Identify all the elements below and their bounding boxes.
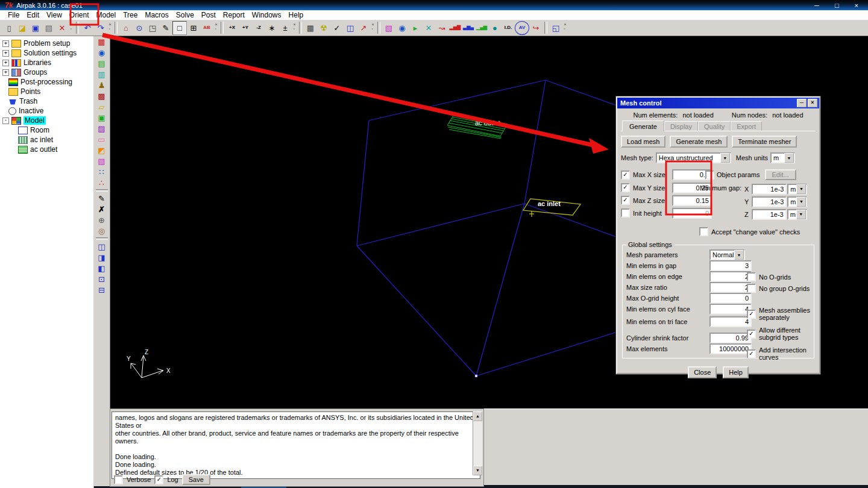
tab-export[interactable]: Export xyxy=(731,121,762,131)
create-resistance-icon[interactable]: ▩ xyxy=(95,90,108,101)
zoom-icon[interactable]: ⊙ xyxy=(133,22,146,34)
gap-x-input[interactable]: 1e-3 xyxy=(752,184,787,195)
cyl-shrink-input[interactable]: 0.99 xyxy=(709,333,752,343)
copy-object-icon[interactable]: ⊕ xyxy=(95,214,108,225)
max-y-size-checkbox[interactable]: ✓ xyxy=(621,183,630,192)
create-heatsink-icon[interactable]: ▨ xyxy=(95,123,108,134)
edit-object-icon[interactable]: ✎ xyxy=(95,193,108,204)
object-cube-icon[interactable]: ▧ xyxy=(382,22,395,34)
paint-icon[interactable]: ✎ xyxy=(159,22,172,34)
tree-item-solution-settings[interactable]: + Solution settings xyxy=(0,48,93,58)
problem-table-icon[interactable]: ◫ xyxy=(344,22,357,34)
tab-generate[interactable]: Generate xyxy=(622,120,664,131)
delete-object-icon[interactable]: ✗ xyxy=(95,204,108,214)
min-elems-gap-input[interactable]: 3 xyxy=(709,260,752,271)
tree-item-trash[interactable]: Trash xyxy=(0,96,93,106)
open-file-icon[interactable]: ◪ xyxy=(16,22,29,34)
max-z-size-input[interactable]: 0.15 xyxy=(672,195,712,206)
point-marker-icon[interactable]: ✕ xyxy=(422,22,435,34)
tree-item-points[interactable]: Points xyxy=(0,87,93,96)
menu-tree[interactable]: Tree xyxy=(122,11,138,19)
menu-macros[interactable]: Macros xyxy=(144,11,169,19)
gap-y-unit-select[interactable]: m▼ xyxy=(787,196,807,207)
orient-plus-y-icon[interactable]: +Y xyxy=(239,22,252,34)
tree-item-groups[interactable]: + Groups xyxy=(0,67,93,77)
check-model-icon[interactable]: ✓ xyxy=(330,22,344,34)
add-intersection-checkbox[interactable]: ✓ xyxy=(747,349,756,358)
menu-file[interactable]: File xyxy=(7,11,20,19)
create-source-icon[interactable]: ▣ xyxy=(95,112,108,123)
undo-icon[interactable]: ↶ xyxy=(81,22,94,34)
mesh-parameters-select[interactable]: Normal ▼ xyxy=(709,249,745,260)
align-face-centers-icon[interactable]: ◫ xyxy=(95,241,108,252)
print-setup-icon[interactable]: ✕ xyxy=(55,22,69,34)
max-size-ratio-input[interactable]: 2 xyxy=(709,282,752,293)
generate-mesh-button[interactable]: Generate mesh xyxy=(670,136,728,148)
create-grille-icon[interactable]: ▥ xyxy=(95,69,108,80)
particle-trace-icon[interactable]: ↝ xyxy=(435,22,448,34)
edit-object-params-button[interactable]: Edit... xyxy=(765,169,796,180)
dock-handle-icon[interactable]: ×▫ xyxy=(292,22,297,33)
accept-checks-checkbox[interactable] xyxy=(699,227,708,236)
create-fan-icon[interactable]: ◉ xyxy=(95,47,108,58)
min-elems-cyl-input[interactable]: 4 xyxy=(709,304,752,314)
save-log-button[interactable]: Save xyxy=(182,474,210,485)
single-window-icon[interactable]: □ xyxy=(172,21,187,35)
console-text[interactable]: names, logos and slogans are registered … xyxy=(112,411,480,479)
allow-subgrid-checkbox[interactable]: ✓ xyxy=(747,330,756,339)
scroll-up-icon[interactable]: ▲ xyxy=(473,411,482,421)
init-height-input[interactable]: 0 xyxy=(672,208,712,219)
dock-handle-icon[interactable]: ×▫ xyxy=(370,22,376,33)
close-button[interactable]: × xyxy=(855,2,858,9)
menu-help[interactable]: Help xyxy=(288,11,304,19)
expander-icon[interactable]: + xyxy=(2,50,9,57)
menu-solve[interactable]: Solve xyxy=(175,11,195,19)
menu-windows[interactable]: Windows xyxy=(251,11,282,19)
center-object-icon[interactable]: ⊡ xyxy=(95,274,108,284)
fan-view-icon[interactable]: ◉ xyxy=(395,22,409,34)
expander-icon[interactable]: + xyxy=(2,40,9,47)
tree-item-ac-inlet[interactable]: ac inlet xyxy=(10,135,93,145)
create-enclosure-icon[interactable]: ▭ xyxy=(95,134,108,145)
window-capture-icon[interactable]: ◱ xyxy=(549,22,562,34)
maximize-button[interactable]: □ xyxy=(835,2,839,9)
mesh-assemblies-checkbox[interactable]: ✓ xyxy=(747,310,756,319)
mesh-control-icon[interactable]: ▦ xyxy=(304,22,317,34)
match-faces-icon[interactable]: ⊟ xyxy=(95,284,108,295)
scroll-down-icon[interactable]: ▼ xyxy=(473,466,482,475)
menu-edit[interactable]: Edit xyxy=(26,11,40,19)
load-mesh-button[interactable]: Load mesh xyxy=(621,136,665,148)
annotate-text-icon[interactable]: AB xyxy=(200,22,213,34)
tab-quality[interactable]: Quality xyxy=(698,121,731,131)
expander-icon[interactable]: - xyxy=(2,117,9,124)
minimize-button[interactable]: ─ xyxy=(814,2,819,9)
orient-plus-x-icon[interactable]: +X xyxy=(225,22,239,34)
align-faces-icon[interactable]: ◨ xyxy=(95,252,108,263)
mesh-units-select[interactable]: m ▼ xyxy=(770,152,795,163)
orient-axes-icon[interactable]: ∗ xyxy=(265,22,278,34)
no-ogrids-checkbox[interactable] xyxy=(747,272,756,281)
gap-x-unit-select[interactable]: m▼ xyxy=(787,184,807,195)
create-partition-icon[interactable]: ▱ xyxy=(95,101,108,112)
autoscale-icon[interactable]: AV xyxy=(515,21,529,35)
no-group-ogrids-checkbox[interactable] xyxy=(747,284,756,293)
menu-model[interactable]: Model xyxy=(96,11,117,19)
dropdown-arrow-icon[interactable]: ▼ xyxy=(720,153,730,163)
home-view-icon[interactable]: ⌂ xyxy=(119,22,133,34)
object-id-icon[interactable]: I.D. xyxy=(502,22,515,34)
create-block-icon[interactable]: ▦ xyxy=(95,36,108,47)
exit-app-icon[interactable]: ↪ xyxy=(529,22,542,34)
create-opening-icon[interactable]: ▤ xyxy=(95,58,108,69)
create-network-icon[interactable]: ∷ xyxy=(95,166,108,177)
verbose-checkbox[interactable] xyxy=(114,475,123,484)
create-plate-icon[interactable]: ◩ xyxy=(95,145,108,155)
dock-handle-icon[interactable]: ×▫ xyxy=(562,22,568,33)
tree-item-room[interactable]: Room xyxy=(10,125,93,135)
quad-window-icon[interactable]: ⊞ xyxy=(187,22,200,34)
dock-handle-icon[interactable]: ×▫ xyxy=(69,22,74,33)
redo-icon[interactable]: ↷ xyxy=(94,22,107,34)
init-height-checkbox[interactable] xyxy=(621,208,630,217)
max-x-size-checkbox[interactable]: ✓ xyxy=(621,170,630,180)
gap-y-input[interactable]: 1e-3 xyxy=(752,196,787,207)
find-object-icon[interactable]: ◎ xyxy=(95,225,108,236)
